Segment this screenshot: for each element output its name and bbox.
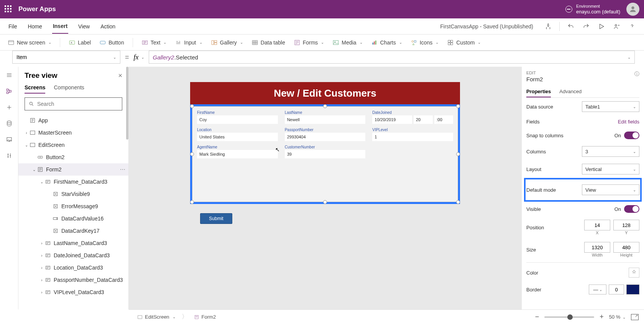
formula-input[interactable]: Gallery2.Selected ⌄ <box>149 51 635 64</box>
button-button[interactable]: Button <box>99 39 124 46</box>
position-y-input[interactable] <box>613 220 639 230</box>
tree-item[interactable]: ›MasterScreen <box>18 127 128 139</box>
charts-dropdown[interactable]: Charts⌄ <box>371 39 402 46</box>
tab-advanced[interactable]: Advanced <box>559 86 582 97</box>
icons-dropdown[interactable]: Icons⌄ <box>411 39 439 46</box>
canvas[interactable]: New / Edit Customers FirstName Coy LastN… <box>129 67 521 309</box>
share-icon[interactable] <box>613 22 621 31</box>
menu-action[interactable]: Action <box>100 20 116 33</box>
tree-item[interactable]: App <box>18 114 128 127</box>
data-icon[interactable] <box>5 120 14 127</box>
data-table-button[interactable]: Data table <box>251 39 285 46</box>
svg-rect-33 <box>46 180 50 183</box>
tree-item[interactable]: StarVisible9 <box>18 188 128 200</box>
tree-item[interactable]: ›Location_DataCard3 <box>18 262 128 274</box>
tree-item[interactable]: DataCardValue16 <box>18 212 128 225</box>
help-circle-icon[interactable]: ⓘ <box>634 71 639 77</box>
undo-icon[interactable] <box>567 22 575 31</box>
tab-properties[interactable]: Properties <box>526 86 551 97</box>
field-lastname[interactable]: LastName Newell <box>285 110 366 124</box>
field-datejoined[interactable]: DateJoined 10/20/2019 20 :00 <box>372 110 453 124</box>
breadcrumb-screen[interactable]: EditScreen⌄ <box>134 312 179 321</box>
field-location[interactable]: Location United States <box>197 128 278 141</box>
fx-icon[interactable]: fx⌄ <box>134 53 144 61</box>
fit-to-screen-icon[interactable] <box>631 314 639 320</box>
tree-item[interactable]: ⌄EditScreen <box>18 139 128 151</box>
media-dropdown[interactable]: Media⌄ <box>332 39 362 46</box>
gallery-dropdown[interactable]: Gallery⌄ <box>211 39 243 46</box>
zoom-slider[interactable] <box>544 316 594 318</box>
svg-rect-39 <box>46 254 50 257</box>
input-dropdown[interactable]: Input⌄ <box>175 39 202 46</box>
forms-dropdown[interactable]: Forms⌄ <box>294 39 324 46</box>
color-picker[interactable] <box>629 268 639 278</box>
custom-dropdown[interactable]: Custom⌄ <box>447 39 481 46</box>
border-width-input[interactable] <box>609 285 624 294</box>
text-dropdown[interactable]: Text⌄ <box>141 39 167 46</box>
field-agentname[interactable]: AgentName Mark Siedling <box>197 145 278 158</box>
tree-item[interactable]: ›VIPLevel_DataCard3 <box>18 286 128 298</box>
props-edit-label: EDIT <box>526 71 543 75</box>
ribbon: New screen⌄ Label Button Text⌄ Input⌄ Ga… <box>0 35 644 51</box>
tree-item[interactable]: Button2 <box>18 151 128 163</box>
zoom-out-icon[interactable]: − <box>535 313 539 321</box>
border-color-picker[interactable] <box>626 285 639 294</box>
brand-title: Power Apps <box>18 5 56 13</box>
position-x-input[interactable] <box>584 220 610 230</box>
tab-screens[interactable]: Screens <box>25 82 45 94</box>
layout-select[interactable]: Vertical⌄ <box>582 164 639 174</box>
advanced-tools-icon[interactable] <box>5 152 14 160</box>
globe-icon <box>565 6 572 13</box>
svg-rect-6 <box>212 40 214 44</box>
tree-item[interactable]: ›DateJoined_DataCard3 <box>18 249 128 262</box>
search-input[interactable]: Search <box>25 97 122 110</box>
field-customernumber[interactable]: CustomerNumber 39 <box>285 145 366 158</box>
new-screen-button[interactable]: New screen⌄ <box>8 39 51 46</box>
formula-bar: Item⌄ = fx⌄ Gallery2.Selected ⌄ <box>0 51 644 67</box>
svg-rect-17 <box>414 40 416 42</box>
property-selector[interactable]: Item⌄ <box>12 51 120 64</box>
avatar[interactable] <box>626 3 639 16</box>
tree-view-icon[interactable] <box>5 87 14 95</box>
zoom-in-icon[interactable]: + <box>600 313 604 321</box>
tree-item[interactable]: ⌄Form2⋯ <box>18 163 128 176</box>
tree-item[interactable]: DataCardKey17 <box>18 225 128 237</box>
columns-select[interactable]: 3⌄ <box>582 146 639 157</box>
play-icon[interactable] <box>597 22 606 31</box>
help-icon[interactable] <box>628 22 636 31</box>
visible-toggle[interactable] <box>624 205 639 213</box>
media-panel-icon[interactable] <box>5 136 14 143</box>
menu-view[interactable]: View <box>77 20 90 33</box>
app-status: FirstCanvasApp - Saved (Unpublished) <box>440 23 533 30</box>
redo-icon[interactable] <box>582 22 590 31</box>
default-mode-select[interactable]: View⌄ <box>582 184 639 195</box>
tab-components[interactable]: Components <box>54 82 84 94</box>
hamburger-icon[interactable] <box>5 71 14 79</box>
breadcrumb-form[interactable]: Form2 <box>191 312 219 321</box>
edit-fields-link[interactable]: Edit fields <box>618 119 639 125</box>
size-w-input[interactable] <box>584 242 610 253</box>
tree-item[interactable]: ›LastName_DataCard3 <box>18 237 128 249</box>
snap-toggle[interactable] <box>624 132 639 139</box>
environment-picker[interactable]: Environment enayu.com (default) <box>565 4 620 15</box>
data-source-select[interactable]: Table1⌄ <box>582 101 639 112</box>
tree-item[interactable]: ›PassportNumber_DataCard3 <box>18 274 128 286</box>
menu-insert[interactable]: Insert <box>52 19 68 34</box>
close-icon[interactable]: × <box>118 72 122 80</box>
field-passport[interactable]: PassportNumber 29930404 <box>285 128 366 141</box>
border-style-select[interactable]: — ⌄ <box>589 285 606 294</box>
field-viplevel[interactable]: VIPLevel 1 <box>372 128 453 141</box>
app-launcher-icon[interactable] <box>5 5 12 13</box>
size-h-input[interactable] <box>613 242 639 253</box>
form-selected[interactable]: FirstName Coy LastName Newell DateJoined… <box>190 104 460 204</box>
menu-home[interactable]: Home <box>27 20 43 33</box>
label-button[interactable]: Label <box>69 39 91 46</box>
svg-rect-9 <box>252 40 258 44</box>
insert-icon[interactable] <box>5 104 14 111</box>
app-checker-icon[interactable] <box>544 22 552 31</box>
field-firstname[interactable]: FirstName Coy <box>197 110 278 124</box>
tree-item[interactable]: ⌄FirstName_DataCard3 <box>18 176 128 188</box>
submit-button[interactable]: Submit <box>200 213 232 224</box>
tree-item[interactable]: ErrorMessage9 <box>18 200 128 212</box>
menu-file[interactable]: File <box>8 20 18 33</box>
